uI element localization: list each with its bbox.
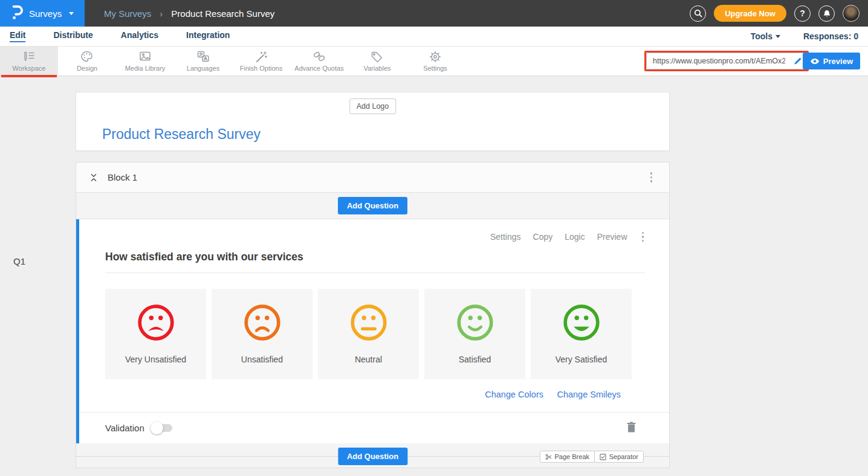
add-logo-button[interactable]: Add Logo [349,98,397,114]
chevron-down-icon [776,35,780,38]
translate-icon [196,50,210,63]
question-number-label: Q1 [13,256,25,266]
unsatisfied-smiley-icon [242,303,282,343]
separator-button[interactable]: Separator [594,451,644,463]
preview-button[interactable]: Preview [803,53,860,69]
toolbar-item-finish-options[interactable]: Finish Options [232,47,290,76]
toolbar-item-workspace[interactable]: Workspace [0,47,58,76]
bell-icon [823,9,831,18]
block-footer: Add Question Page Break Separator [76,443,669,468]
toolbar-item-variables[interactable]: Variables [348,47,406,76]
scissors-icon [545,454,552,460]
very-unsatisfied-smiley-icon [136,303,176,343]
search-icon [694,9,702,18]
block-name[interactable]: Block 1 [108,172,648,182]
add-question-button-bottom[interactable]: Add Question [338,448,407,465]
question-logic-link[interactable]: Logic [565,232,585,242]
magic-wand-icon [254,50,268,63]
smiley-option-very-satisfied[interactable]: Very Satisfied [531,289,632,379]
question-preview-link[interactable]: Preview [597,232,627,242]
question-settings-link[interactable]: Settings [490,232,521,242]
upgrade-now-button[interactable]: Upgrade Now [714,5,786,22]
question-menu-button[interactable] [640,230,647,245]
design-palette-icon [80,50,94,63]
question-card[interactable]: Settings Copy Logic Preview How satisfie… [76,219,669,443]
question-copy-link[interactable]: Copy [533,232,553,242]
questionpro-logo-icon [10,4,23,22]
smiley-links-row: Change Colors Change Smileys [79,389,669,400]
validation-label: Validation [105,423,144,433]
tab-analytics[interactable]: Analytics [121,30,158,42]
collapse-block-icon[interactable] [89,172,98,183]
smiley-option-very-unsatisfied[interactable]: Very Unsatisfied [105,289,206,379]
editor-toolbar: Workspace Design Media Library Languages… [0,47,868,76]
toolbar-item-advance-quotas[interactable]: Advance Quotas [290,47,348,76]
validation-toggle[interactable] [152,424,172,432]
neutral-smiley-icon [349,303,389,343]
change-smileys-link[interactable]: Change Smileys [557,390,621,399]
app-switcher[interactable]: Surveys [0,0,85,27]
survey-nav-row: Edit Distribute Analytics Integration To… [0,27,868,47]
smiley-option-satisfied[interactable]: Satisfied [424,289,525,379]
breadcrumb-my-surveys[interactable]: My Surveys [104,8,151,19]
responses-count[interactable]: Responses: 0 [803,31,858,41]
chevron-down-icon [69,12,74,15]
help-button[interactable]: ? [794,5,811,22]
tab-edit[interactable]: Edit [10,30,25,42]
breadcrumb-separator-icon: › [160,8,163,19]
eye-icon [810,58,820,65]
checkbox-checked-icon [600,454,606,460]
page-break-button[interactable]: Page Break [540,451,595,463]
question-toolbar: Settings Copy Logic Preview [79,229,669,245]
survey-url-annotation-box [644,51,809,71]
media-image-icon [138,50,152,63]
tab-integration[interactable]: Integration [186,30,230,42]
smiley-option-unsatisfied[interactable]: Unsatisfied [212,289,313,379]
top-header-bar: Surveys My Surveys › Product Research Su… [0,0,868,27]
toolbar-item-design[interactable]: Design [58,47,116,76]
toolbar-item-languages[interactable]: Languages [174,47,232,76]
question-mark-icon: ? [800,8,805,18]
chain-link-icon [312,50,326,63]
delete-question-button[interactable] [627,422,636,435]
tab-distribute[interactable]: Distribute [53,30,92,42]
add-question-button-top[interactable]: Add Question [338,197,407,214]
toolbar-item-settings[interactable]: Settings [406,47,464,76]
change-colors-link[interactable]: Change Colors [485,390,543,399]
survey-url-input[interactable] [646,53,789,69]
smiley-options-row: Very Unsatisfied Unsatisfied Neutral Sat… [105,289,669,379]
workspace-icon [22,50,36,63]
satisfied-smiley-icon [455,303,495,343]
toolbar-item-media-library[interactable]: Media Library [116,47,174,76]
smiley-option-neutral[interactable]: Neutral [318,289,419,379]
survey-title[interactable]: Product Research Survey [102,126,261,143]
trash-icon [627,422,636,433]
question-text[interactable]: How satisfied are you with our services [105,251,645,273]
block-menu-button[interactable] [648,170,655,185]
gear-icon [428,50,442,63]
breadcrumb: My Surveys › Product Research Survey [85,0,690,27]
user-avatar[interactable] [843,5,860,22]
pencil-icon [794,57,802,65]
tag-icon [370,50,384,63]
tools-dropdown[interactable]: Tools [751,31,780,41]
block-header: Block 1 [76,162,669,193]
block-container: Block 1 Add Question Settings Copy Logic… [76,162,670,468]
notifications-button[interactable] [818,5,835,22]
search-button[interactable] [690,5,706,22]
survey-header-card: Add Logo Product Research Survey [76,92,670,151]
validation-row: Validation [79,412,669,443]
add-question-strip: Add Question [76,193,669,219]
very-satisfied-smiley-icon [562,303,601,343]
breadcrumb-current-survey: Product Research Survey [171,8,274,19]
app-label: Surveys [29,8,62,19]
